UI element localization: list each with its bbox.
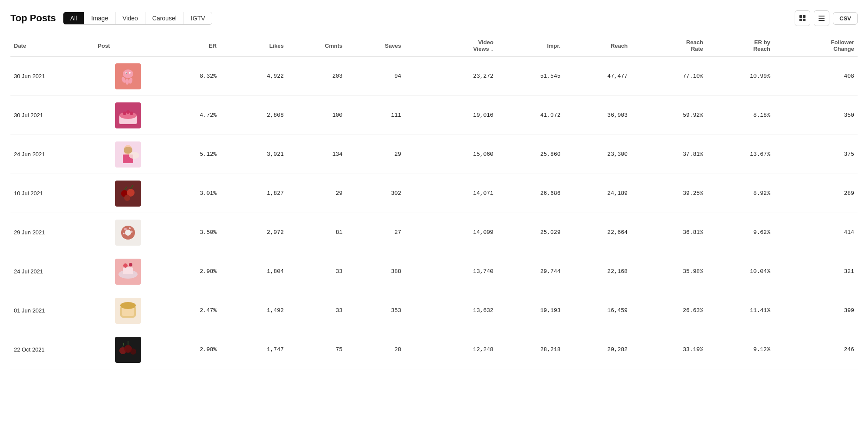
svg-point-30: [124, 195, 130, 201]
cell-cmnts: 134: [287, 135, 346, 174]
cell-follower-change: 414: [774, 213, 858, 252]
svg-point-52: [130, 348, 136, 355]
cell-er: 3.01%: [161, 174, 220, 213]
table-row: 24 Jun 2021 5.12% 3,021 134 29 15,060 25…: [10, 135, 858, 174]
cell-impr: 41,072: [497, 96, 564, 135]
filter-tab-all[interactable]: All: [63, 12, 85, 24]
cell-date: 30 Jun 2021: [10, 57, 94, 96]
cell-reach: 47,477: [564, 57, 631, 96]
cell-date: 30 Jul 2021: [10, 96, 94, 135]
cell-video-views: 19,016: [404, 96, 497, 135]
cell-follower-change: 246: [774, 330, 858, 369]
cell-follower-change: 375: [774, 135, 858, 174]
left-section: Top Posts All Image Video Carousel IGTV: [10, 12, 212, 25]
svg-point-48: [120, 302, 136, 309]
col-header-likes: Likes: [220, 35, 287, 57]
cell-er-by-reach: 11.41%: [707, 291, 774, 330]
cell-likes: 2,808: [220, 96, 287, 135]
cell-likes: 1,804: [220, 252, 287, 291]
cell-post: [94, 291, 161, 330]
svg-point-8: [123, 69, 133, 78]
cell-er-by-reach: 10.99%: [707, 57, 774, 96]
svg-point-26: [129, 152, 139, 159]
svg-rect-1: [803, 15, 806, 18]
cell-post: [94, 330, 161, 369]
cell-saves: 111: [346, 96, 404, 135]
cell-likes: 1,827: [220, 174, 287, 213]
cell-er-by-reach: 10.04%: [707, 252, 774, 291]
cell-saves: 353: [346, 291, 404, 330]
col-header-reach: Reach: [564, 35, 631, 57]
cell-date: 10 Jul 2021: [10, 174, 94, 213]
cell-likes: 2,072: [220, 213, 287, 252]
filter-tabs: All Image Video Carousel IGTV: [63, 12, 213, 25]
cell-video-views: 13,632: [404, 291, 497, 330]
svg-rect-0: [799, 15, 802, 18]
cell-saves: 29: [346, 135, 404, 174]
table-row: 24 Jul 2021 2.98% 1,804 33 388 13,740 29…: [10, 252, 858, 291]
col-header-er: ER: [161, 35, 220, 57]
svg-rect-4: [819, 16, 825, 16]
table-row: 22 Oct 2021 2.98% 1,747 75 28 12,248 28,…: [10, 330, 858, 369]
cell-video-views: 14,071: [404, 174, 497, 213]
svg-point-10: [125, 79, 129, 85]
cell-impr: 51,545: [497, 57, 564, 96]
col-header-saves: Saves: [346, 35, 404, 57]
csv-button[interactable]: CSV: [833, 12, 858, 25]
cell-impr: 28,218: [497, 330, 564, 369]
svg-point-35: [125, 230, 131, 236]
col-header-cmnts: Cmnts: [287, 35, 346, 57]
cell-er: 4.72%: [161, 96, 220, 135]
table-body: 30 Jun 2021 8.32% 4,922 203 94 23,272 51…: [10, 57, 858, 369]
grid-view-button[interactable]: [795, 10, 810, 26]
table-row: 30 Jun 2021 8.32% 4,922 203 94 23,272 51…: [10, 57, 858, 96]
cell-video-views: 23,272: [404, 57, 497, 96]
grid-icon: [799, 15, 806, 22]
filter-tab-igtv[interactable]: IGTV: [184, 12, 212, 24]
filter-tab-video[interactable]: Video: [115, 12, 145, 24]
cell-reach: 16,459: [564, 291, 631, 330]
cell-impr: 25,860: [497, 135, 564, 174]
cell-reach-rate: 59.92%: [631, 96, 707, 135]
page-title: Top Posts: [10, 13, 56, 24]
col-header-date: Date: [10, 35, 94, 57]
cell-cmnts: 29: [287, 174, 346, 213]
cell-post: [94, 96, 161, 135]
cell-reach-rate: 37.81%: [631, 135, 707, 174]
cell-date: 01 Jun 2021: [10, 291, 94, 330]
cell-follower-change: 321: [774, 252, 858, 291]
list-icon: [818, 15, 825, 22]
cell-date: 29 Jun 2021: [10, 213, 94, 252]
cell-post: [94, 57, 161, 96]
cell-impr: 25,029: [497, 213, 564, 252]
svg-point-36: [124, 228, 127, 230]
cell-reach: 24,189: [564, 174, 631, 213]
svg-point-19: [123, 112, 126, 115]
svg-point-21: [130, 112, 133, 115]
cell-er: 8.32%: [161, 57, 220, 96]
cell-impr: 29,744: [497, 252, 564, 291]
cell-reach: 23,300: [564, 135, 631, 174]
table-row: 29 Jun 2021 3.50% 2,072 81 27 14,009 25,…: [10, 213, 858, 252]
cell-er: 3.50%: [161, 213, 220, 252]
filter-tab-image[interactable]: Image: [84, 12, 115, 24]
cell-likes: 1,492: [220, 291, 287, 330]
cell-reach-rate: 33.19%: [631, 330, 707, 369]
posts-table: Date Post ER Likes Cmnts Saves VideoView…: [10, 35, 858, 369]
svg-rect-42: [123, 267, 133, 274]
cell-saves: 302: [346, 174, 404, 213]
svg-point-38: [130, 230, 132, 233]
svg-rect-2: [799, 19, 802, 21]
cell-er-by-reach: 13.67%: [707, 135, 774, 174]
cell-video-views: 12,248: [404, 330, 497, 369]
col-header-video-views: VideoViews ↓: [404, 35, 497, 57]
cell-post: [94, 135, 161, 174]
cell-follower-change: 408: [774, 57, 858, 96]
filter-tab-carousel[interactable]: Carousel: [145, 12, 184, 24]
list-view-button[interactable]: [814, 10, 829, 26]
main-container: Top Posts All Image Video Carousel IGTV: [0, 0, 868, 369]
col-header-follower-change: FollowerChange: [774, 35, 858, 57]
cell-cmnts: 81: [287, 213, 346, 252]
cell-reach-rate: 26.63%: [631, 291, 707, 330]
svg-point-37: [129, 227, 131, 229]
